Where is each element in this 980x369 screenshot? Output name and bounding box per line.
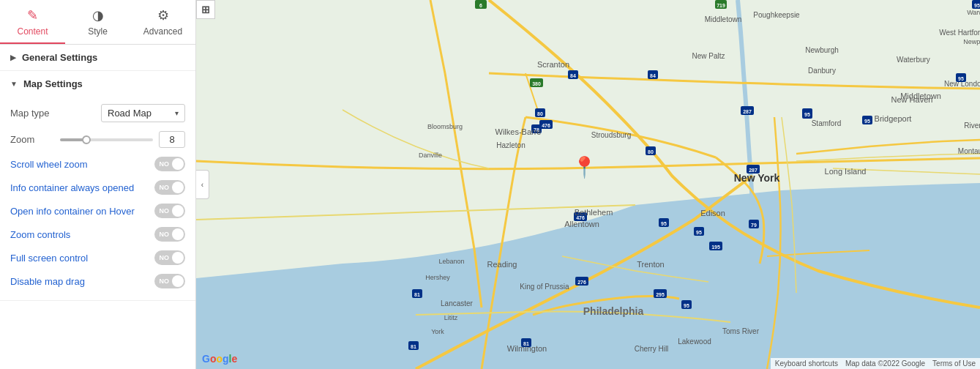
svg-text:476: 476 [542,123,550,128]
disable-map-drag-row: Disable map drag NO [10,269,185,293]
zoom-controls-toggle-label: NO [160,231,173,238]
info-container-always-toggle-label: NO [160,184,173,191]
svg-text:Trenton: Trenton [637,260,665,269]
svg-text:New Haven: New Haven [891,95,933,104]
svg-text:King of Prussia: King of Prussia [520,283,569,291]
svg-text:Riverhead: Riverhead [964,122,980,130]
svg-text:Edison: Edison [700,209,725,217]
open-info-on-hover-toggle-label: NO [160,207,173,215]
svg-text:84: 84 [650,73,656,78]
disable-map-drag-label: Disable map drag [10,276,85,287]
general-settings-chevron: ▶ [10,53,16,61]
svg-text:79: 79 [751,223,757,228]
svg-text:195: 195 [711,245,720,250]
full-screen-toggle[interactable]: NO [154,250,185,265]
disable-map-drag-toggle[interactable]: NO [154,274,185,288]
svg-text:Scranton: Scranton [537,60,569,69]
svg-text:95: 95 [804,112,810,117]
svg-text:Lebanon: Lebanon [438,258,464,265]
svg-text:Bethlehem: Bethlehem [575,208,613,217]
open-info-on-hover-toggle[interactable]: NO [154,204,185,218]
zoom-value[interactable]: 8 [159,131,185,148]
svg-text:80: 80 [648,149,654,154]
info-container-always-knob [172,182,184,193]
open-info-on-hover-label: Open info container on Hover [10,206,135,217]
general-settings-header[interactable]: ▶ General Settings [0,45,195,70]
svg-text:276: 276 [577,280,586,285]
keyboard-shortcuts-link[interactable]: Keyboard shortcuts [775,359,838,368]
svg-text:Allentown: Allentown [564,220,599,228]
tab-content[interactable]: ✎ Content [0,0,65,44]
zoom-controls-toggle[interactable]: NO [154,227,185,242]
scroll-wheel-zoom-knob [172,158,184,170]
svg-text:84: 84 [570,73,576,78]
zoom-slider-thumb[interactable] [82,135,91,144]
general-settings-label: General Settings [22,52,97,63]
full-screen-row: Full screen control NO [10,246,185,269]
scroll-wheel-zoom-label: Scroll wheel zoom [10,159,88,170]
map-area[interactable]: ⊞ [196,0,980,369]
tab-advanced-label: Advanced [143,26,182,37]
collapse-panel-button[interactable]: ‹ [196,170,209,199]
svg-text:Lakewood: Lakewood [678,338,711,346]
svg-text:Warwick: Warwick [967,9,980,16]
scroll-wheel-zoom-toggle[interactable]: NO [154,157,185,171]
svg-text:Newburgh: Newburgh [805,46,839,54]
svg-text:Bridgeport: Bridgeport [875,114,912,123]
svg-text:Poughkeepsie: Poughkeepsie [753,11,800,19]
disable-map-drag-knob [172,275,184,287]
svg-text:95: 95 [958,76,964,81]
tabs-bar: ✎ Content ◑ Style ⚙ Advanced [0,0,195,45]
svg-text:Newport: Newport [963,38,980,45]
svg-text:95: 95 [684,303,689,308]
map-settings-content: Map type Road Map ▾ Zoom 8 Scroll wheel … [0,97,195,300]
svg-text:Bloomsburg: Bloomsburg [427,123,463,130]
map-type-row: Map type Road Map ▾ [10,100,185,127]
zoom-controls-row: Zoom controls NO [10,223,185,246]
svg-text:Stamford: Stamford [812,119,842,127]
tab-style[interactable]: ◑ Style [65,0,130,44]
google-logo: Google [202,353,237,365]
terms-of-use-link[interactable]: Terms of Use [932,359,976,368]
map-settings-header[interactable]: ▼ Map Settings [0,71,195,97]
general-settings-section: ▶ General Settings [0,45,195,71]
map-settings-chevron: ▼ [10,80,18,88]
zoom-label: Zoom [10,134,54,145]
map-grid-button[interactable]: ⊞ [196,0,215,19]
scroll-wheel-zoom-row: Scroll wheel zoom NO [10,152,185,176]
settings-panel: ✎ Content ◑ Style ⚙ Advanced ▶ General S… [0,0,196,369]
open-info-on-hover-row: Open info container on Hover NO [10,199,185,223]
info-container-always-label: Info container always opened [10,182,134,193]
svg-text:Cherry Hill: Cherry Hill [635,345,669,353]
svg-text:York: York [431,328,444,335]
tab-advanced[interactable]: ⚙ Advanced [130,0,195,44]
svg-text:Middletown: Middletown [705,15,742,23]
svg-text:6: 6 [479,3,482,8]
svg-text:95: 95 [661,221,667,226]
info-container-always-row: Info container always opened NO [10,176,185,199]
svg-text:Hazleton: Hazleton [496,141,525,149]
info-container-always-toggle[interactable]: NO [154,180,185,195]
map-svg: 95 81 84 84 80 80 476 476 287 287 95 195… [196,0,980,369]
full-screen-label: Full screen control [10,253,88,264]
svg-text:Waterbury: Waterbury [897,56,930,64]
full-screen-knob [172,252,184,264]
map-pin[interactable]: 📍 [572,157,597,178]
map-type-dropdown[interactable]: Road Map ▾ [101,104,185,122]
svg-text:81: 81 [411,344,416,349]
scroll-wheel-zoom-toggle-label: NO [160,160,173,168]
tab-content-label: Content [17,26,48,37]
map-attribution: Keyboard shortcuts Map data ©2022 Google… [771,358,980,369]
svg-text:Danbury: Danbury [808,67,836,75]
zoom-controls-label: Zoom controls [10,229,70,240]
svg-text:New Paltz: New Paltz [692,52,725,60]
collapse-icon: ‹ [201,181,203,189]
zoom-slider[interactable] [60,138,153,141]
svg-text:719: 719 [717,3,725,8]
svg-text:81: 81 [414,292,420,297]
advanced-icon: ⚙ [157,7,169,23]
svg-text:80: 80 [537,111,543,116]
svg-text:Danville: Danville [419,152,442,159]
disable-map-drag-toggle-label: NO [160,277,173,285]
svg-text:Reading: Reading [487,260,517,269]
